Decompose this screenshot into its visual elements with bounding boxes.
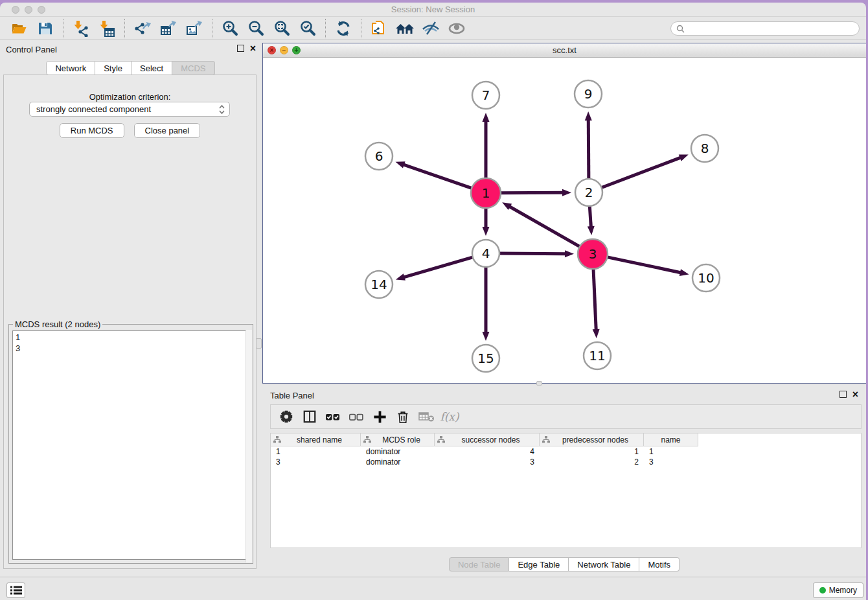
dropdown-stepper-icon	[218, 104, 225, 115]
column-label: predecessor nodes	[550, 435, 641, 444]
zoom-out-button[interactable]	[243, 19, 269, 38]
edge-arrowhead-4-15	[483, 332, 490, 341]
tab-edge-table[interactable]: Edge Table	[509, 557, 569, 571]
network-graph[interactable]: 7968124314101511	[263, 58, 866, 383]
edge-1-6[interactable]	[403, 165, 473, 189]
table-row[interactable]: 1dominator411	[271, 446, 861, 457]
float-table-panel-icon[interactable]	[839, 391, 847, 398]
cell-successor-nodes[interactable]: 3	[435, 457, 540, 467]
deselect-all-button[interactable]	[346, 407, 367, 426]
mcds-result-text[interactable]: 1 3	[12, 330, 249, 560]
cell-shared-name[interactable]: 3	[271, 457, 361, 467]
search-input[interactable]	[688, 24, 854, 33]
memory-button[interactable]: Memory	[813, 583, 863, 598]
split-panel-button[interactable]	[299, 407, 320, 426]
tab-mcds[interactable]: MCDS	[172, 61, 214, 75]
graph-node-label-4: 4	[482, 246, 490, 261]
close-panel-button[interactable]: Close panel	[134, 123, 201, 138]
zoom-out-icon	[247, 20, 264, 37]
close-view-button[interactable]: ×	[268, 46, 276, 54]
criterion-dropdown[interactable]: strongly connected component	[29, 102, 230, 117]
edge-3-10[interactable]	[606, 257, 681, 273]
network-window-titlebar[interactable]: × − + scc.txt	[263, 43, 866, 58]
edge-3-1[interactable]	[509, 206, 581, 247]
edge-arrowhead-4-3	[565, 250, 574, 257]
cell-MCDS-role[interactable]: dominator	[361, 446, 435, 457]
copy-network-button[interactable]	[366, 19, 392, 38]
cell-MCDS-role[interactable]: dominator	[361, 457, 435, 467]
task-history-button[interactable]	[6, 583, 25, 598]
window-controls[interactable]	[12, 6, 45, 14]
cell-predecessor-nodes[interactable]: 1	[540, 446, 644, 457]
delete-table-button[interactable]	[416, 407, 437, 426]
column-header-name[interactable]: name	[644, 433, 698, 446]
export-image-button[interactable]	[181, 19, 207, 38]
column-header-successor-nodes[interactable]: successor nodes	[435, 433, 540, 446]
close-window-button[interactable]	[12, 6, 19, 14]
cell-name[interactable]: 1	[644, 446, 698, 457]
cell-shared-name[interactable]: 1	[271, 446, 361, 457]
delete-column-button[interactable]	[393, 407, 413, 426]
eye-slash-icon	[422, 20, 440, 37]
plus-icon	[372, 410, 387, 424]
zoom-fit-button[interactable]	[269, 19, 295, 38]
close-panel-icon[interactable]: ×	[250, 45, 256, 52]
function-builder-button[interactable]: f(x)	[439, 407, 460, 426]
column-header-predecessor-nodes[interactable]: predecessor nodes	[540, 433, 644, 446]
tab-style[interactable]: Style	[95, 61, 131, 75]
open-folder-icon	[11, 20, 28, 37]
zoom-selected-button[interactable]	[295, 19, 321, 38]
maximize-view-button[interactable]: +	[292, 46, 301, 54]
edge-4-14[interactable]	[403, 257, 474, 277]
table-row[interactable]: 3dominator323	[271, 457, 861, 467]
toolbar-separator	[63, 19, 63, 38]
maximize-window-button[interactable]	[38, 6, 45, 14]
cell-name[interactable]: 3	[644, 457, 698, 467]
hide-panels-button[interactable]	[418, 19, 444, 38]
list-icon	[10, 586, 22, 595]
table-settings-button[interactable]	[276, 407, 297, 426]
save-session-button[interactable]	[32, 19, 58, 38]
minimize-window-button[interactable]	[25, 6, 32, 14]
edge-1-2[interactable]	[499, 192, 564, 193]
tab-motifs[interactable]: Motifs	[639, 557, 680, 571]
tab-network-table[interactable]: Network Table	[569, 557, 639, 571]
open-session-button[interactable]	[6, 19, 32, 38]
control-panel-tabs: NetworkStyleSelectMCDS	[0, 61, 261, 75]
import-table-button[interactable]	[94, 19, 120, 38]
tab-network[interactable]: Network	[46, 61, 95, 75]
edge-3-11[interactable]	[593, 268, 596, 330]
cell-successor-nodes[interactable]: 4	[435, 446, 540, 457]
edge-2-9[interactable]	[588, 119, 589, 180]
close-table-panel-icon[interactable]: ×	[852, 391, 858, 398]
minimize-view-button[interactable]: −	[280, 46, 288, 54]
home-layout-button[interactable]	[392, 19, 418, 38]
export-table-button[interactable]	[155, 19, 181, 38]
run-mcds-button[interactable]: Run MCDS	[60, 123, 124, 138]
column-header-shared-name[interactable]: shared name	[271, 433, 361, 446]
search-icon	[676, 25, 685, 33]
zoom-in-button[interactable]	[217, 19, 243, 38]
tab-select[interactable]: Select	[131, 61, 172, 75]
show-panels-button[interactable]	[444, 19, 470, 38]
export-network-button[interactable]	[130, 19, 155, 38]
toolbar-separator	[212, 19, 212, 38]
select-all-button[interactable]	[323, 407, 343, 426]
edge-4-3[interactable]	[498, 253, 566, 254]
float-panel-icon[interactable]	[237, 45, 244, 52]
horizontal-splitter-grip[interactable]	[536, 381, 542, 386]
search-box[interactable]	[670, 21, 860, 36]
export-table-icon	[160, 20, 177, 37]
result-scrollbar[interactable]	[246, 330, 252, 562]
import-network-button[interactable]	[68, 19, 94, 38]
vertical-splitter-grip[interactable]	[256, 338, 262, 349]
cell-predecessor-nodes[interactable]: 2	[540, 457, 644, 467]
save-icon	[38, 21, 53, 36]
network-view-window: × − + scc.txt 7968124314101511	[262, 43, 866, 384]
refresh-button[interactable]	[330, 19, 356, 38]
tab-node-table[interactable]: Node Table	[449, 557, 510, 571]
add-column-button[interactable]	[369, 407, 390, 426]
edge-2-8[interactable]	[600, 157, 681, 188]
edge-2-3[interactable]	[589, 205, 591, 227]
column-header-MCDS-role[interactable]: MCDS role	[361, 433, 435, 446]
